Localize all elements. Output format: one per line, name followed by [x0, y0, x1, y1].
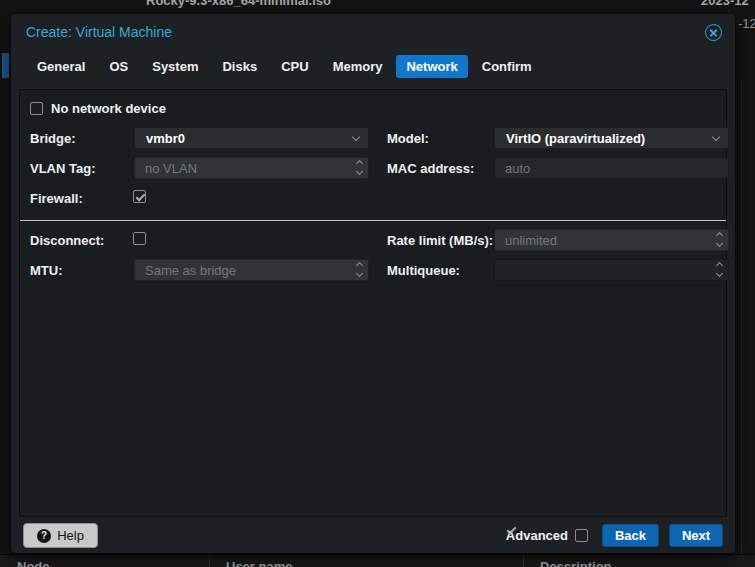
model-label: Model:	[387, 131, 429, 146]
advanced-checkbox[interactable]	[575, 529, 588, 542]
mac-address-input[interactable]	[495, 158, 728, 178]
bridge-label: Bridge:	[30, 131, 76, 146]
column-divider	[209, 555, 210, 567]
tab-confirm[interactable]: Confirm	[472, 55, 542, 78]
multiqueue-input[interactable]	[495, 260, 728, 280]
background-date-fragment: -12	[738, 16, 755, 31]
mac-address-field[interactable]	[494, 157, 729, 179]
model-combobox[interactable]: VirtIO (paravirtualized)	[494, 127, 729, 149]
column-divider	[523, 555, 524, 567]
rate-limit-spinner	[494, 229, 729, 251]
tab-memory[interactable]: Memory	[323, 55, 393, 78]
network-form-panel: No network device Bridge: vmbr0 Model: V…	[19, 89, 727, 517]
background-selected-item-highlight	[2, 53, 9, 78]
background-task-log-header: Node User name Description	[0, 554, 755, 567]
help-button[interactable]: Help	[23, 523, 98, 548]
advanced-label: Advanced	[506, 528, 568, 543]
tab-disks[interactable]: Disks	[212, 55, 267, 78]
firewall-label: Firewall:	[30, 191, 83, 206]
footer-actions: Advanced Back Next	[506, 524, 723, 547]
bridge-combobox[interactable]: vmbr0	[134, 127, 369, 149]
tab-general[interactable]: General	[27, 55, 95, 78]
spinner-arrows-icon	[357, 161, 362, 174]
chevron-down-icon	[352, 133, 360, 141]
vlan-tag-label: VLAN Tag:	[30, 161, 95, 176]
no-network-device-checkbox[interactable]	[30, 102, 43, 115]
chevron-down-icon	[712, 133, 720, 141]
vlan-tag-spinner	[134, 157, 369, 179]
background-iso-filename: Rocky-9.3-x86_64-minimal.iso	[146, 0, 331, 8]
close-icon[interactable]	[705, 24, 722, 41]
wizard-tabs: General OS System Disks CPU Memory Netwo…	[27, 55, 546, 78]
tab-system[interactable]: System	[142, 55, 208, 78]
bridge-value: vmbr0	[146, 131, 185, 146]
no-network-device-label: No network device	[51, 101, 166, 116]
rate-limit-label: Rate limit (MB/s):	[387, 233, 493, 248]
rate-limit-input	[495, 230, 728, 250]
spinner-arrows-icon	[717, 263, 722, 276]
mac-address-label: MAC address:	[387, 161, 474, 176]
spinner-arrows-icon	[717, 233, 722, 246]
next-button[interactable]: Next	[669, 524, 723, 547]
firewall-checkbox[interactable]	[133, 190, 146, 203]
mtu-spinner	[134, 259, 369, 281]
multiqueue-label: Multiqueue:	[387, 263, 460, 278]
help-button-label: Help	[57, 528, 84, 543]
disconnect-checkbox[interactable]	[133, 232, 146, 245]
model-value: VirtIO (paravirtualized)	[506, 131, 645, 146]
column-header-description: Description	[540, 559, 612, 567]
vlan-tag-input	[135, 158, 368, 178]
tab-cpu[interactable]: CPU	[271, 55, 318, 78]
spinner-arrows-icon	[357, 263, 362, 276]
disconnect-label: Disconnect:	[30, 233, 104, 248]
background-panel-border	[741, 80, 742, 554]
dialog-title: Create: Virtual Machine	[26, 24, 172, 40]
advanced-section-divider	[20, 220, 726, 221]
multiqueue-spinner[interactable]	[494, 259, 729, 281]
back-button[interactable]: Back	[602, 524, 659, 547]
column-header-node: Node	[17, 559, 50, 567]
mtu-input	[135, 260, 368, 280]
background-date: 2023-12	[701, 0, 749, 8]
tab-os[interactable]: OS	[99, 55, 138, 78]
tab-network[interactable]: Network	[396, 55, 467, 78]
create-vm-dialog: Create: Virtual Machine General OS Syste…	[10, 13, 736, 554]
mtu-label: MTU:	[30, 263, 63, 278]
column-header-username: User name	[226, 559, 292, 567]
question-circle-icon	[37, 529, 51, 543]
